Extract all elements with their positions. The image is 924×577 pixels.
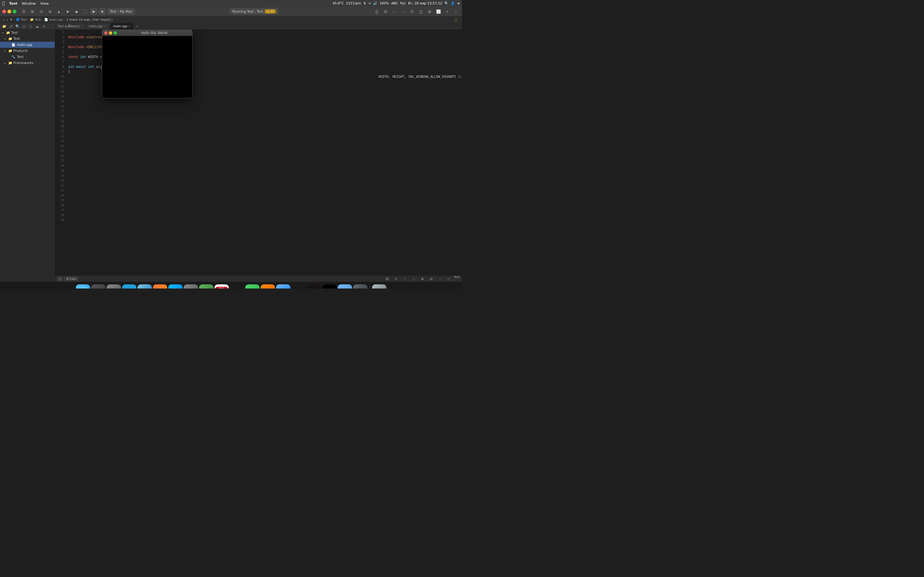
menu-window[interactable]: Window: [22, 2, 36, 5]
test-nav-icon[interactable]: ◇: [27, 23, 34, 29]
layout-icon-1[interactable]: ⊡: [408, 8, 416, 15]
maximize-button[interactable]: [13, 10, 16, 13]
dock-calendar[interactable]: МАР 28: [215, 284, 229, 289]
filter-button[interactable]: ⊞ Filter: [65, 276, 78, 281]
stop-button[interactable]: ■: [99, 8, 106, 15]
bc-group[interactable]: 📁 Test: [30, 18, 41, 21]
bc-symbol[interactable]: ⨍ main( int argc, char *argv[] ): [66, 18, 113, 21]
nav-forward-icon[interactable]: →: [399, 8, 407, 15]
control-center-icon[interactable]: ≡: [457, 2, 460, 5]
stop-record-icon[interactable]: □: [445, 275, 453, 282]
close-icon[interactable]: ✕: [104, 25, 106, 28]
scheme-selector[interactable]: Test › My Mac: [107, 8, 135, 15]
split-view-icon[interactable]: ⊟: [382, 8, 389, 15]
sdl-maximize[interactable]: [113, 31, 117, 35]
dock-finder[interactable]: 🔍: [76, 284, 90, 289]
warning-badge[interactable]: ⚠ 12: [265, 9, 276, 13]
tab-maincpp-1[interactable]: main.cpp ✕: [86, 23, 109, 29]
down-icon[interactable]: ↓: [410, 275, 417, 282]
bc-file[interactable]: 📄 main.cpp: [44, 18, 63, 21]
dock-iphone[interactable]: 📱: [353, 284, 367, 289]
editor-container: Test.xcodeproj ✕ main.cpp ✕ main.cpp ✕ +: [55, 23, 462, 282]
toolbar-icon-5[interactable]: ■: [64, 8, 71, 15]
layout-icon-2[interactable]: ◫: [417, 8, 425, 15]
report-nav-icon[interactable]: ≡: [41, 23, 47, 29]
sdl-minimize[interactable]: [109, 31, 112, 35]
close-icon[interactable]: ✕: [81, 25, 83, 28]
warning-icon[interactable]: ⚠: [452, 16, 460, 23]
toolbar-icon-4[interactable]: ▲: [55, 8, 63, 15]
code-view-icon[interactable]: {}: [373, 8, 381, 15]
toolbar-icon-6[interactable]: ◆: [73, 8, 80, 15]
tab-maincpp-2[interactable]: main.cpp ✕: [111, 23, 134, 29]
back-arrow[interactable]: ‹: [2, 18, 5, 22]
search-nav-icon[interactable]: 🔍: [14, 23, 20, 29]
dock-siri[interactable]: ⊙: [91, 284, 106, 289]
spotlight-icon[interactable]: 👤: [451, 2, 455, 5]
bc-project[interactable]: 🔵 Test: [16, 18, 27, 21]
up-icon[interactable]: ↑: [401, 275, 409, 282]
folder-icon[interactable]: 📁: [1, 23, 7, 29]
toolbar-icon-2[interactable]: ⊡: [37, 8, 45, 15]
dock-safari[interactable]: 🧭: [168, 284, 183, 289]
tree-item-test-root[interactable]: ▾ 📁 Test: [0, 30, 55, 36]
dock-spotify[interactable]: ♫: [307, 284, 321, 289]
tree-item-test-group[interactable]: ▾ 📁 Test: [0, 36, 55, 42]
dock-icloud[interactable]: 📁: [338, 284, 352, 289]
status-bar: 45.8°C 2151rpm ⇅ ≈ 🔊 100% ABC Рус Вт, 28…: [333, 2, 460, 5]
list-view-icon[interactable]: ≡: [392, 275, 400, 282]
dock-trash[interactable]: 🗑: [372, 284, 386, 289]
dock-facetime[interactable]: 📹: [245, 284, 260, 289]
dock-appstore[interactable]: ⬇: [276, 284, 291, 289]
toolbar-icon-7[interactable]: ⛶: [81, 8, 89, 15]
sidebar-toggle[interactable]: ☰: [20, 8, 27, 15]
menu-test[interactable]: Test: [9, 2, 17, 5]
search-icon[interactable]: 🔍: [444, 2, 449, 5]
tree-item-products[interactable]: ▾ 📁 Products: [0, 48, 55, 54]
layout-icon-3[interactable]: ⊞: [426, 8, 433, 15]
debug-nav-icon[interactable]: ☁: [34, 23, 40, 29]
folder-icon-test: 📁: [6, 31, 10, 35]
dock-maps[interactable]: 🗺: [199, 284, 213, 289]
run-button[interactable]: ▶: [90, 8, 98, 15]
tree-item-main-cpp[interactable]: ▸ 📄 main.cpp: [0, 42, 55, 48]
forward-arrow[interactable]: ›: [6, 18, 9, 22]
git-icon[interactable]: ⎇: [8, 23, 14, 29]
dock-activity[interactable]: 📊: [230, 284, 244, 289]
close-button[interactable]: [2, 10, 6, 13]
dock-telegram[interactable]: ✈: [122, 284, 136, 289]
dock-firefox[interactable]: 🦊: [153, 284, 167, 289]
chevron-down-icon[interactable]: ⌄: [452, 8, 460, 15]
arrow-icon[interactable]: →: [436, 275, 444, 282]
add-file-button[interactable]: +: [57, 277, 63, 281]
toolbar-icon-1[interactable]: ⊞: [29, 8, 36, 15]
code-editor[interactable]: 12345 678910 1112131415 1617181920 21222…: [55, 30, 462, 275]
add-tab-button[interactable]: +: [134, 23, 140, 29]
close-icon-2[interactable]: ✕: [128, 25, 131, 28]
dock-terminal[interactable]: >_: [291, 284, 306, 289]
dock-books[interactable]: 📚: [261, 284, 275, 289]
layout-icon-4[interactable]: ⬜: [435, 8, 442, 15]
warning-nav-icon[interactable]: ⚠: [21, 23, 27, 29]
cpu-temp: 45.8°C: [333, 2, 344, 5]
bc-root[interactable]: ⚙: [10, 18, 12, 21]
grid-view-icon[interactable]: ⊞: [383, 275, 391, 282]
dock-files2[interactable]: 📂: [184, 284, 198, 289]
dock-launchpad[interactable]: 🚀: [107, 284, 121, 289]
nav-back-icon[interactable]: ←: [391, 8, 398, 15]
add-tab-icon[interactable]: +: [443, 8, 451, 15]
dock-unknown[interactable]: [322, 284, 337, 289]
sdl-close[interactable]: [104, 31, 108, 35]
sdl-app-window[interactable]: Hello SDL World: [102, 30, 192, 98]
product-icon: 🔧: [11, 55, 16, 59]
minimize-button[interactable]: [7, 10, 11, 13]
toolbar-icon-3[interactable]: ⊕: [46, 8, 54, 15]
tree-item-frameworks[interactable]: ▸ 📁 Frameworks: [0, 60, 55, 66]
menu-view[interactable]: View: [40, 2, 48, 5]
swap-icon[interactable]: ⇄: [427, 275, 435, 282]
tree-item-test-product[interactable]: ▸ 🔧 Test: [0, 54, 55, 60]
dock-xcode[interactable]: ⚒: [137, 284, 152, 289]
tab-xcodeproj[interactable]: Test.xcodeproj ✕: [55, 23, 86, 29]
apple-menu[interactable]: : [2, 1, 5, 6]
add-icon[interactable]: ⊕: [418, 275, 426, 282]
